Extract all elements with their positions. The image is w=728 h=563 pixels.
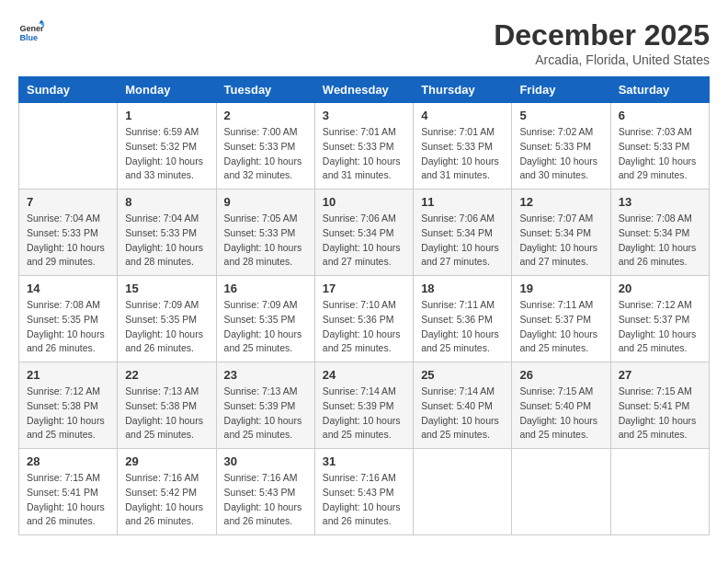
day-info: Sunrise: 7:05 AM Sunset: 5:33 PM Dayligh…: [224, 212, 307, 270]
calendar-cell: 13Sunrise: 7:08 AM Sunset: 5:34 PM Dayli…: [610, 190, 709, 276]
day-info: Sunrise: 7:14 AM Sunset: 5:40 PM Dayligh…: [421, 385, 504, 442]
calendar-week-5: 28Sunrise: 7:15 AM Sunset: 5:41 PM Dayli…: [19, 449, 710, 535]
day-number: 15: [125, 282, 208, 295]
calendar-cell: 26Sunrise: 7:15 AM Sunset: 5:40 PM Dayli…: [512, 362, 610, 449]
day-info: Sunrise: 7:02 AM Sunset: 5:33 PM Dayligh…: [519, 125, 602, 183]
day-info: Sunrise: 7:06 AM Sunset: 5:34 PM Dayligh…: [421, 212, 504, 270]
day-info: Sunrise: 7:15 AM Sunset: 5:40 PM Dayligh…: [519, 385, 602, 442]
col-wednesday: Wednesday: [314, 77, 413, 103]
day-info: Sunrise: 7:13 AM Sunset: 5:39 PM Dayligh…: [224, 385, 307, 442]
day-info: Sunrise: 7:16 AM Sunset: 5:43 PM Dayligh…: [323, 471, 405, 529]
calendar-cell: [610, 449, 709, 535]
calendar-cell: 29Sunrise: 7:16 AM Sunset: 5:42 PM Dayli…: [118, 449, 216, 535]
day-info: Sunrise: 7:13 AM Sunset: 5:38 PM Dayligh…: [125, 385, 208, 442]
day-info: Sunrise: 7:08 AM Sunset: 5:35 PM Dayligh…: [27, 298, 109, 356]
day-info: Sunrise: 7:11 AM Sunset: 5:36 PM Dayligh…: [421, 298, 504, 356]
calendar-week-2: 7Sunrise: 7:04 AM Sunset: 5:33 PM Daylig…: [19, 190, 710, 276]
calendar-cell: [512, 449, 610, 535]
calendar-week-1: 1Sunrise: 6:59 AM Sunset: 5:32 PM Daylig…: [19, 103, 710, 190]
day-info: Sunrise: 7:09 AM Sunset: 5:35 PM Dayligh…: [224, 298, 307, 356]
day-info: Sunrise: 7:16 AM Sunset: 5:43 PM Dayligh…: [224, 471, 307, 529]
day-info: Sunrise: 7:03 AM Sunset: 5:33 PM Dayligh…: [619, 125, 701, 183]
day-number: 18: [421, 282, 504, 295]
calendar-cell: 31Sunrise: 7:16 AM Sunset: 5:43 PM Dayli…: [314, 449, 413, 535]
calendar-cell: 30Sunrise: 7:16 AM Sunset: 5:43 PM Dayli…: [216, 449, 314, 535]
logo-icon: General Blue: [18, 18, 44, 44]
day-info: Sunrise: 6:59 AM Sunset: 5:32 PM Dayligh…: [125, 125, 208, 183]
calendar-cell: 14Sunrise: 7:08 AM Sunset: 5:35 PM Dayli…: [19, 276, 118, 362]
calendar-week-4: 21Sunrise: 7:12 AM Sunset: 5:38 PM Dayli…: [19, 362, 710, 449]
day-info: Sunrise: 7:06 AM Sunset: 5:34 PM Dayligh…: [323, 212, 405, 270]
header-row: Sunday Monday Tuesday Wednesday Thursday…: [19, 77, 710, 103]
calendar-table: Sunday Monday Tuesday Wednesday Thursday…: [18, 76, 710, 535]
day-info: Sunrise: 7:15 AM Sunset: 5:41 PM Dayligh…: [27, 471, 109, 529]
calendar-cell: 4Sunrise: 7:01 AM Sunset: 5:33 PM Daylig…: [414, 103, 512, 190]
svg-text:Blue: Blue: [19, 33, 38, 42]
day-info: Sunrise: 7:04 AM Sunset: 5:33 PM Dayligh…: [27, 212, 109, 270]
day-number: 3: [323, 109, 405, 122]
day-number: 23: [224, 368, 307, 382]
calendar-cell: 22Sunrise: 7:13 AM Sunset: 5:38 PM Dayli…: [118, 362, 216, 449]
calendar-cell: 27Sunrise: 7:15 AM Sunset: 5:41 PM Dayli…: [610, 362, 709, 449]
calendar-cell: 9Sunrise: 7:05 AM Sunset: 5:33 PM Daylig…: [216, 190, 314, 276]
day-number: 4: [421, 109, 504, 122]
day-number: 24: [323, 368, 405, 382]
day-number: 17: [323, 282, 405, 295]
calendar-cell: 11Sunrise: 7:06 AM Sunset: 5:34 PM Dayli…: [414, 190, 512, 276]
col-friday: Friday: [512, 77, 610, 103]
day-number: 5: [519, 109, 602, 122]
day-number: 2: [224, 109, 307, 122]
day-info: Sunrise: 7:01 AM Sunset: 5:33 PM Dayligh…: [421, 125, 504, 183]
calendar-week-3: 14Sunrise: 7:08 AM Sunset: 5:35 PM Dayli…: [19, 276, 710, 362]
day-info: Sunrise: 7:12 AM Sunset: 5:37 PM Dayligh…: [619, 298, 701, 356]
calendar-cell: 20Sunrise: 7:12 AM Sunset: 5:37 PM Dayli…: [610, 276, 709, 362]
calendar-cell: 17Sunrise: 7:10 AM Sunset: 5:36 PM Dayli…: [314, 276, 413, 362]
day-info: Sunrise: 7:11 AM Sunset: 5:37 PM Dayligh…: [519, 298, 602, 356]
day-info: Sunrise: 7:09 AM Sunset: 5:35 PM Dayligh…: [125, 298, 208, 356]
day-info: Sunrise: 7:12 AM Sunset: 5:38 PM Dayligh…: [27, 385, 109, 442]
day-number: 9: [224, 195, 307, 209]
day-number: 21: [27, 368, 109, 382]
calendar-cell: 8Sunrise: 7:04 AM Sunset: 5:33 PM Daylig…: [118, 190, 216, 276]
day-number: 1: [125, 109, 208, 122]
day-number: 16: [224, 282, 307, 295]
day-number: 30: [224, 454, 307, 468]
day-info: Sunrise: 7:14 AM Sunset: 5:39 PM Dayligh…: [323, 385, 405, 442]
calendar-cell: 5Sunrise: 7:02 AM Sunset: 5:33 PM Daylig…: [512, 103, 610, 190]
calendar-cell: [414, 449, 512, 535]
day-info: Sunrise: 7:04 AM Sunset: 5:33 PM Dayligh…: [125, 212, 208, 270]
col-tuesday: Tuesday: [216, 77, 314, 103]
calendar-cell: 23Sunrise: 7:13 AM Sunset: 5:39 PM Dayli…: [216, 362, 314, 449]
day-number: 20: [619, 282, 701, 295]
calendar-cell: 1Sunrise: 6:59 AM Sunset: 5:32 PM Daylig…: [118, 103, 216, 190]
day-number: 28: [27, 454, 109, 468]
day-number: 14: [27, 282, 109, 295]
calendar-cell: 21Sunrise: 7:12 AM Sunset: 5:38 PM Dayli…: [19, 362, 118, 449]
day-number: 10: [323, 195, 405, 209]
day-number: 12: [519, 195, 602, 209]
calendar-cell: 12Sunrise: 7:07 AM Sunset: 5:34 PM Dayli…: [512, 190, 610, 276]
calendar-cell: 3Sunrise: 7:01 AM Sunset: 5:33 PM Daylig…: [314, 103, 413, 190]
day-info: Sunrise: 7:16 AM Sunset: 5:42 PM Dayligh…: [125, 471, 208, 529]
calendar-cell: 15Sunrise: 7:09 AM Sunset: 5:35 PM Dayli…: [118, 276, 216, 362]
page-header: General Blue December 2025 Arcadia, Flor…: [18, 18, 710, 67]
calendar-cell: [19, 103, 118, 190]
calendar-cell: 25Sunrise: 7:14 AM Sunset: 5:40 PM Dayli…: [414, 362, 512, 449]
day-info: Sunrise: 7:01 AM Sunset: 5:33 PM Dayligh…: [323, 125, 405, 183]
day-number: 25: [421, 368, 504, 382]
day-number: 8: [125, 195, 208, 209]
calendar-subtitle: Arcadia, Florida, United States: [494, 52, 710, 67]
calendar-cell: 28Sunrise: 7:15 AM Sunset: 5:41 PM Dayli…: [19, 449, 118, 535]
calendar-cell: 10Sunrise: 7:06 AM Sunset: 5:34 PM Dayli…: [314, 190, 413, 276]
day-number: 29: [125, 454, 208, 468]
col-monday: Monday: [118, 77, 216, 103]
day-number: 31: [323, 454, 405, 468]
calendar-title: December 2025: [494, 18, 710, 52]
col-sunday: Sunday: [19, 77, 118, 103]
calendar-cell: 18Sunrise: 7:11 AM Sunset: 5:36 PM Dayli…: [414, 276, 512, 362]
calendar-cell: 7Sunrise: 7:04 AM Sunset: 5:33 PM Daylig…: [19, 190, 118, 276]
calendar-cell: 16Sunrise: 7:09 AM Sunset: 5:35 PM Dayli…: [216, 276, 314, 362]
svg-marker-2: [39, 19, 44, 23]
col-saturday: Saturday: [610, 77, 709, 103]
day-number: 26: [519, 368, 602, 382]
